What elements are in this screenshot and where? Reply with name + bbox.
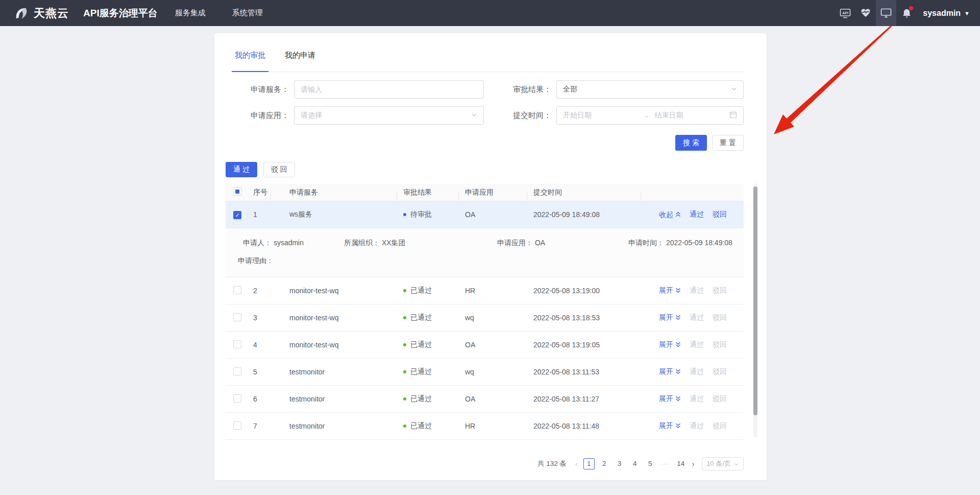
- table-row: 7testmonitor已通过HR2022-05-08 13:11:48展开 通…: [226, 413, 744, 440]
- col-header-app: 申请应用: [459, 188, 527, 197]
- navbar-right: API sysadmin ▼: [835, 0, 980, 26]
- health-monitor-icon[interactable]: [855, 0, 876, 26]
- submit-time: 2022-05-08 13:11:53: [527, 368, 641, 376]
- submit-time: 2022-05-08 13:11:48: [527, 422, 641, 430]
- approval-status: 已通过: [397, 421, 459, 431]
- detail-time: 申请时间： 2022-05-09 18:49:08: [628, 239, 732, 248]
- screen-monitor-icon[interactable]: [876, 0, 896, 26]
- reject-link[interactable]: 驳回: [713, 367, 727, 376]
- select-all-checkbox[interactable]: [233, 187, 241, 196]
- api-services-icon[interactable]: API: [835, 0, 855, 26]
- row-detail: 申请人： sysadmin所属组织： XX集团申请应用： OA申请时间： 202…: [226, 228, 744, 277]
- row-checkbox[interactable]: [233, 394, 241, 403]
- app-filter-label: 申请应用：: [226, 111, 294, 121]
- time-range-picker[interactable]: 开始日期 → 结束日期: [556, 106, 744, 125]
- prev-page-icon[interactable]: ‹: [575, 460, 578, 468]
- approve-link[interactable]: 通过: [690, 286, 704, 295]
- reject-link[interactable]: 驳回: [713, 286, 727, 295]
- app-filter-select[interactable]: 请选择: [294, 106, 484, 125]
- approve-link[interactable]: 通过: [690, 367, 704, 376]
- nav-item-system-management[interactable]: 系统管理: [232, 8, 263, 18]
- approve-link[interactable]: 通过: [690, 340, 704, 349]
- request-app: OA: [459, 210, 527, 219]
- service-name: testmonitor: [271, 368, 397, 376]
- expand-link[interactable]: 展开: [659, 340, 681, 349]
- approval-status: 已通过: [397, 340, 459, 349]
- brand-logo-icon: [14, 6, 29, 21]
- row-checkbox[interactable]: [233, 367, 241, 375]
- user-menu[interactable]: sysadmin ▼: [923, 9, 970, 18]
- row-checkbox[interactable]: [233, 421, 241, 430]
- reject-link[interactable]: 驳回: [713, 313, 727, 322]
- col-header-time: 提交时间: [527, 188, 641, 197]
- row-index: 1: [249, 210, 271, 219]
- page-number[interactable]: 2: [599, 458, 610, 469]
- approval-status: 待审批: [397, 210, 459, 219]
- approval-panel: 我的审批 我的申请 申请服务： 审批结果： 全部 申请应用： 请选择 提交时间：: [214, 33, 767, 480]
- page-number[interactable]: 14: [675, 458, 687, 469]
- approve-link[interactable]: 通过: [690, 313, 704, 322]
- tab-my-approvals[interactable]: 我的审批: [232, 51, 268, 72]
- bulk-action-bar: 通 过 驳 回: [226, 162, 744, 177]
- service-name: monitor-test-wq: [271, 314, 397, 322]
- filter-form: 申请服务： 审批结果： 全部 申请应用： 请选择 提交时间： 开始日期 →: [226, 80, 744, 151]
- reject-link[interactable]: 驳回: [713, 210, 727, 219]
- expand-link[interactable]: 展开: [659, 313, 681, 322]
- detail-org: 所属组织： XX集团: [344, 239, 497, 248]
- table-row: ✓1ws服务待审批OA2022-05-09 18:49:08收起 通过驳回: [226, 201, 744, 228]
- expand-link[interactable]: 展开: [659, 367, 681, 376]
- next-page-icon[interactable]: ›: [692, 460, 695, 468]
- page-number[interactable]: 5: [645, 458, 656, 469]
- vertical-scrollbar[interactable]: [753, 183, 757, 437]
- submit-time: 2022-05-08 13:19:05: [527, 341, 641, 349]
- table-row: 3monitor-test-wq已通过wq2022-05-08 13:18:53…: [226, 304, 744, 332]
- table-row: 2monitor-test-wq已通过HR2022-05-08 13:19:00…: [226, 277, 744, 304]
- detail-app: 申请应用： OA: [497, 239, 628, 248]
- approve-link[interactable]: 通过: [690, 421, 704, 431]
- top-navbar: 天燕云 API服务治理平台 服务集成 系统管理 API sysadmin ▼: [0, 0, 980, 26]
- page-number[interactable]: 4: [629, 458, 641, 469]
- notification-bell-icon[interactable]: [896, 0, 917, 26]
- col-header-service: 申请服务: [271, 188, 397, 197]
- service-filter-label: 申请服务：: [226, 85, 294, 95]
- request-app: wq: [459, 314, 527, 322]
- collapse-link[interactable]: 收起: [659, 210, 681, 220]
- approve-link[interactable]: 通过: [690, 210, 704, 219]
- row-index: 3: [249, 314, 271, 322]
- row-checkbox[interactable]: [233, 313, 241, 321]
- bulk-approve-button[interactable]: 通 过: [226, 162, 257, 177]
- bulk-reject-button[interactable]: 驳 回: [263, 162, 295, 177]
- service-filter-input[interactable]: [294, 80, 484, 99]
- expand-link[interactable]: 展开: [659, 286, 681, 295]
- reject-link[interactable]: 驳回: [713, 340, 727, 349]
- reset-button[interactable]: 重 置: [712, 135, 744, 151]
- expand-link[interactable]: 展开: [659, 421, 681, 431]
- request-app: OA: [459, 395, 527, 403]
- expand-link[interactable]: 展开: [659, 394, 681, 404]
- approve-link[interactable]: 通过: [690, 394, 704, 404]
- row-checkbox[interactable]: [233, 286, 241, 294]
- tab-bar: 我的审批 我的申请: [232, 33, 744, 72]
- page-size-select[interactable]: 10 条/页: [702, 457, 744, 470]
- row-checkbox[interactable]: ✓: [233, 211, 241, 219]
- result-filter-value: 全部: [563, 85, 731, 94]
- double-chevron-up-icon: [675, 210, 681, 218]
- page-number[interactable]: 3: [614, 458, 625, 469]
- table-row: 6testmonitor已通过OA2022-05-08 13:11:27展开 通…: [226, 386, 744, 413]
- chevron-down-icon: [733, 461, 739, 467]
- result-filter-select[interactable]: 全部: [556, 80, 744, 99]
- reject-link[interactable]: 驳回: [713, 421, 727, 431]
- search-button[interactable]: 搜 索: [675, 135, 707, 151]
- nav-item-service-integration[interactable]: 服务集成: [175, 8, 206, 18]
- calendar-icon: [729, 111, 737, 120]
- scrollbar-thumb[interactable]: [753, 186, 757, 415]
- page-number[interactable]: 1: [583, 458, 595, 469]
- pagination-total: 共 132 条: [537, 459, 567, 468]
- tab-my-requests[interactable]: 我的申请: [282, 51, 318, 72]
- col-header-result: 审批结果: [397, 188, 459, 197]
- time-filter-label: 提交时间：: [507, 111, 556, 121]
- username: sysadmin: [923, 9, 961, 18]
- row-checkbox[interactable]: [233, 340, 241, 348]
- reject-link[interactable]: 驳回: [713, 394, 727, 404]
- result-filter-label: 审批结果：: [507, 85, 556, 95]
